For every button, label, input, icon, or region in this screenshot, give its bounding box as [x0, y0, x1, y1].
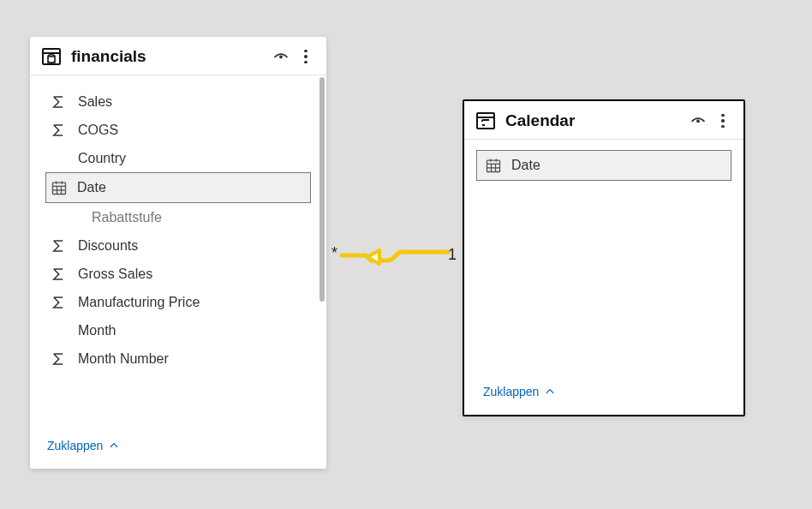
field-label: Month Number	[78, 351, 304, 367]
field-row-manufacturing-price[interactable]: Manufacturing Price	[30, 288, 326, 316]
no-icon	[63, 208, 81, 227]
more-options-icon[interactable]	[714, 114, 731, 129]
field-row-date[interactable]: Date	[476, 150, 731, 181]
field-row-discounts[interactable]: Discounts	[30, 231, 326, 260]
cardinality-one-label: 1	[448, 246, 457, 264]
collapse-button[interactable]: Zuklappen	[464, 376, 743, 407]
table-header: financials	[30, 37, 326, 75]
sigma-icon	[49, 265, 68, 284]
field-row-rabattstufe[interactable]: Rabattstufe	[30, 203, 326, 231]
field-label: Discounts	[78, 238, 304, 254]
sigma-icon	[49, 237, 68, 255]
sigma-icon	[49, 293, 68, 312]
svg-marker-20	[367, 250, 379, 264]
field-label: Month	[78, 323, 304, 338]
field-label: Country	[78, 151, 304, 166]
field-row-sales[interactable]: Sales	[30, 87, 326, 116]
svg-rect-10	[477, 113, 494, 129]
svg-rect-13	[487, 160, 500, 171]
fields-list: Sales COGS Country	[30, 75, 326, 430]
field-label: Date	[77, 180, 288, 195]
field-row-month-number[interactable]: Month Number	[30, 344, 326, 373]
no-icon	[49, 321, 68, 340]
field-row-country[interactable]: Country	[30, 144, 326, 172]
visibility-icon[interactable]	[272, 47, 290, 66]
collapse-label: Zuklappen	[47, 439, 103, 452]
field-label: Manufacturing Price	[78, 295, 304, 310]
more-options-icon[interactable]	[297, 50, 314, 64]
svg-rect-3	[53, 183, 66, 194]
table-header: Calendar	[464, 101, 743, 140]
table-card-financials[interactable]: financials Sales COGS Country	[30, 37, 326, 469]
field-row-date[interactable]: Date	[45, 172, 311, 203]
filter-direction-icon	[367, 250, 379, 264]
field-label: Gross Sales	[78, 266, 304, 282]
collapse-label: Zuklappen	[483, 385, 539, 398]
calculated-table-icon	[475, 110, 497, 132]
table-title: Calendar	[505, 111, 689, 130]
field-row-month[interactable]: Month	[30, 316, 326, 344]
field-label: Date	[511, 158, 708, 173]
relationship-line[interactable]	[340, 245, 451, 269]
sigma-icon	[49, 93, 68, 111]
calendar-icon	[484, 156, 503, 175]
cardinality-many-label: *	[331, 244, 337, 262]
field-row-gross-sales[interactable]: Gross Sales	[30, 260, 326, 288]
fields-list: Date	[464, 140, 743, 376]
field-label: COGS	[78, 123, 304, 138]
scrollbar[interactable]	[319, 77, 325, 302]
chevron-up-icon	[544, 386, 556, 398]
svg-point-2	[280, 56, 282, 57]
collapse-button[interactable]: Zuklappen	[30, 430, 326, 461]
table-icon	[40, 45, 63, 68]
visibility-icon[interactable]	[689, 111, 708, 130]
field-label: Sales	[78, 94, 304, 110]
sigma-icon	[49, 350, 68, 368]
svg-point-12	[697, 120, 699, 122]
table-title: financials	[71, 47, 272, 66]
field-label: Rabattstufe	[92, 210, 304, 225]
table-card-calendar[interactable]: Calendar Date	[463, 99, 745, 416]
chevron-up-icon	[108, 440, 120, 452]
no-icon	[49, 149, 68, 168]
field-row-cogs[interactable]: COGS	[30, 116, 326, 144]
calendar-icon	[50, 178, 69, 197]
sigma-icon	[49, 121, 68, 140]
